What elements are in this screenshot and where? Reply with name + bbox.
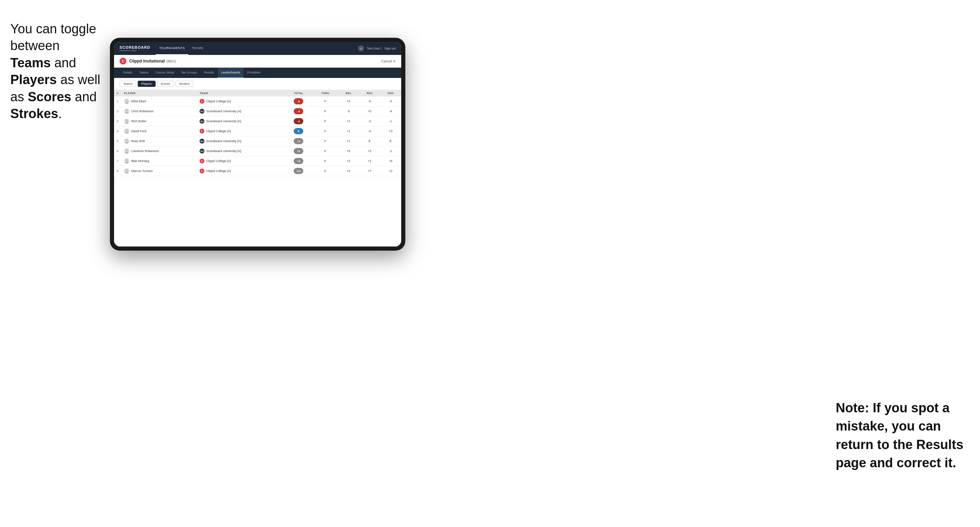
- thru-cell: F: [313, 136, 338, 146]
- svg-point-4: [126, 112, 129, 114]
- toggle-scores[interactable]: Scores: [157, 81, 174, 87]
- toggle-teams[interactable]: Teams: [119, 81, 136, 87]
- total-badge: -2: [294, 118, 303, 124]
- tab-printables[interactable]: Printables: [243, 68, 264, 78]
- player-avatar: [124, 108, 129, 114]
- rd3-cell: -5: [380, 97, 401, 106]
- rd3-cell: -1: [380, 116, 401, 126]
- rd1-cell: +3: [338, 97, 359, 106]
- team-badge: C: [200, 99, 204, 104]
- player-rank: 1: [114, 97, 121, 106]
- tournament-name: Clippd Invitational: [129, 59, 165, 63]
- player-rank: 6: [114, 146, 121, 156]
- total-badge: +6: [294, 148, 303, 154]
- svg-point-2: [126, 102, 129, 104]
- nav-links: TOURNAMENTS TEAMS: [156, 42, 358, 55]
- players-table: # PLAYER TEAM TOTAL THRU RD1 RD2 RD3 1: [114, 90, 401, 176]
- right-annotation: Note: If you spot a mistake, you can ret…: [836, 399, 966, 472]
- svg-point-12: [126, 152, 129, 154]
- rd1-cell: +1: [338, 126, 359, 136]
- rd1-cell: -5: [338, 106, 359, 116]
- svg-point-9: [126, 140, 127, 141]
- col-rank: #: [114, 90, 121, 97]
- tournament-type: (Men): [166, 59, 176, 63]
- rd1-cell: +1: [338, 136, 359, 146]
- team-badge: SU: [200, 149, 204, 154]
- player-rank: 8: [114, 166, 121, 176]
- team-cell: SU Scoreboard University [A]: [197, 106, 285, 116]
- tab-course-setup[interactable]: Course Setup: [152, 68, 178, 78]
- app-logo: SCOREBOARD Powered by clippd: [119, 45, 150, 51]
- col-rd3: RD3: [380, 90, 401, 97]
- tab-teams[interactable]: Teams: [136, 68, 152, 78]
- rd2-cell: E: [359, 136, 380, 146]
- player-name: Cameron Robertson: [131, 149, 159, 153]
- player-rank: 7: [114, 156, 121, 166]
- player-avatar: [124, 129, 129, 134]
- toggle-strokes[interactable]: Strokes: [175, 81, 194, 87]
- svg-point-5: [126, 119, 127, 121]
- thru-cell: F: [313, 166, 338, 176]
- player-avatar: [124, 168, 129, 174]
- team-name: Scoreboard University [A]: [206, 149, 241, 153]
- tab-details[interactable]: Details: [119, 68, 136, 78]
- col-player: PLAYER: [121, 90, 197, 97]
- user-avatar: U: [358, 45, 364, 51]
- player-name-cell: Chris Robertson: [121, 106, 197, 116]
- rd1-cell: +5: [338, 146, 359, 156]
- svg-point-11: [126, 149, 127, 151]
- score-total: +9: [285, 156, 313, 166]
- player-name-cell: Cameron Robertson: [121, 146, 197, 156]
- tablet-screen: SCOREBOARD Powered by clippd TOURNAMENTS…: [114, 42, 401, 246]
- rd3-cell: E: [380, 136, 401, 146]
- rd2-cell: -4: [359, 126, 380, 136]
- total-badge: +9: [294, 158, 303, 164]
- toggle-players[interactable]: Players: [138, 81, 156, 87]
- player-name-cell: Rich Butler: [121, 116, 197, 126]
- nav-teams[interactable]: TEAMS: [188, 42, 207, 55]
- cancel-button[interactable]: Cancel ✕: [381, 59, 396, 63]
- svg-point-7: [126, 129, 127, 131]
- thru-cell: F: [313, 106, 338, 116]
- svg-point-6: [126, 122, 129, 124]
- table-row: 3 Rich Butler SU Scoreboard University […: [114, 116, 401, 126]
- svg-point-15: [126, 169, 127, 171]
- toggle-row: Teams Players Scores Strokes: [114, 78, 401, 90]
- rd2-cell: +7: [359, 166, 380, 176]
- signout-link[interactable]: Sign out: [384, 47, 396, 50]
- score-total: -4: [285, 106, 313, 116]
- table-row: 7 Blair McHarg C Clippd College [A] +9 F…: [114, 156, 401, 166]
- tab-tee-groups[interactable]: Tee Groups: [178, 68, 200, 78]
- logo-subtitle: Powered by clippd: [119, 49, 150, 51]
- thru-cell: F: [313, 116, 338, 126]
- tab-results[interactable]: Results: [200, 68, 218, 78]
- table-row: 6 Cameron Robertson SU Scoreboard Univer…: [114, 146, 401, 156]
- score-total: +1: [285, 136, 313, 146]
- logo-title: SCOREBOARD: [119, 45, 150, 49]
- team-badge: SU: [200, 109, 204, 114]
- nav-tournaments[interactable]: TOURNAMENTS: [156, 42, 188, 55]
- player-name-cell: Rees Britt: [121, 136, 197, 146]
- table-row: 1 Elliot Ebert C Clippd College [A] -8 F…: [114, 97, 401, 106]
- rd2-cell: +2: [359, 146, 380, 156]
- col-rd2: RD2: [359, 90, 380, 97]
- player-name-cell: Marcus Turners: [121, 166, 197, 176]
- col-total: TOTAL: [285, 90, 313, 97]
- team-name: Clippd College [A]: [206, 129, 231, 133]
- score-total: +6: [285, 146, 313, 156]
- team-cell: C Clippd College [A]: [197, 126, 285, 136]
- score-total: -8: [285, 97, 313, 106]
- user-text: Test User |: [367, 47, 382, 50]
- nav-right: U Test User | Sign out: [358, 45, 396, 51]
- tab-leaderboards[interactable]: Leaderboards: [218, 68, 244, 78]
- rd2-cell: -6: [359, 97, 380, 106]
- player-avatar: [124, 148, 129, 154]
- player-name-cell: Blair McHarg: [121, 156, 197, 166]
- svg-point-14: [126, 162, 129, 163]
- player-name: Chris Robertson: [131, 110, 154, 113]
- svg-point-10: [126, 142, 129, 143]
- tournament-header: C Clippd Invitational (Men) Cancel ✕: [114, 55, 401, 68]
- total-badge: +1: [294, 138, 303, 144]
- player-name: Marcus Turners: [131, 169, 153, 173]
- team-badge: SU: [200, 139, 204, 143]
